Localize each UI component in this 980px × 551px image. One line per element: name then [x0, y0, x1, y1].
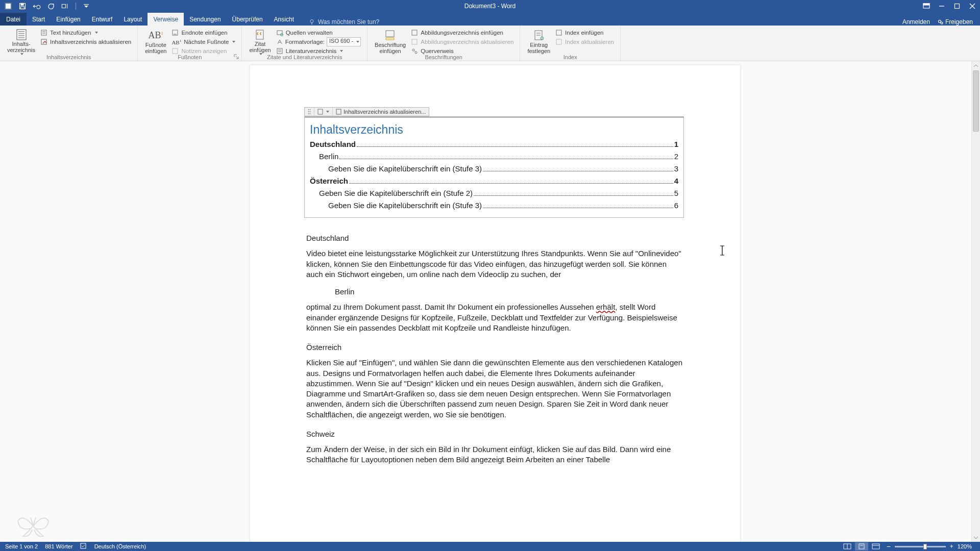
ribbon-tabs: Datei Start Einfügen Entwurf Layout Verw… [0, 12, 980, 26]
svg-rect-30 [277, 31, 282, 35]
share-button[interactable]: Freigeben [937, 18, 973, 26]
next-footnote-button[interactable]: AB1 Nächste Fußnote [169, 37, 237, 46]
zoom-control: − + 120% [887, 542, 972, 550]
toc-button[interactable]: Inhalts- verzeichnis [4, 27, 38, 55]
touch-mode-icon[interactable] [61, 2, 69, 10]
tab-ansicht[interactable]: Ansicht [268, 13, 300, 26]
toc-entry[interactable]: Österreich 4 [310, 177, 678, 189]
insert-figure-toc-button[interactable]: Abbildungsverzeichnis einfügen [409, 28, 516, 37]
manage-sources-button[interactable]: Quellen verwalten [274, 28, 363, 37]
window-controls [919, 0, 980, 12]
svg-point-51 [310, 111, 311, 112]
toc-entry[interactable]: Geben Sie die Kapitelüberschrift ein (St… [310, 201, 678, 213]
insert-index-button[interactable]: Index einfügen [553, 28, 616, 37]
update-toc-button[interactable]: Inhaltsverzeichnis aktualisieren [38, 37, 133, 46]
svg-rect-1 [6, 4, 11, 9]
maximize-icon[interactable] [949, 0, 965, 12]
web-layout-icon[interactable] [869, 542, 883, 550]
svg-point-13 [310, 20, 313, 23]
chevron-down-icon [95, 32, 98, 34]
scroll-down-icon[interactable] [972, 533, 980, 542]
print-layout-icon[interactable] [855, 542, 868, 550]
ribbon-group-captions: Beschriftung einfügen Abbildungsverzeich… [368, 26, 520, 61]
svg-rect-36 [386, 38, 394, 40]
chevron-down-icon [356, 41, 359, 43]
document-body[interactable]: Deutschland Video bietet eine leistungss… [306, 233, 684, 465]
tab-entwurf[interactable]: Entwurf [86, 13, 118, 26]
group-label: Inhaltsverzeichnis [0, 54, 137, 60]
language-indicator[interactable]: Deutsch (Österreich) [94, 543, 146, 549]
signin-link[interactable]: Anmelden [902, 18, 930, 26]
zoom-out-icon[interactable]: − [887, 542, 891, 550]
window-title: Dokument3 - Word [464, 3, 516, 10]
text-cursor [720, 245, 725, 258]
zoom-slider-knob[interactable] [923, 544, 927, 549]
spelling-error[interactable]: erhält [596, 303, 616, 311]
toc-box: Inhaltsverzeichnis Deutschland 1Berlin 2… [304, 116, 684, 218]
tab-start[interactable]: Start [27, 13, 51, 26]
insert-caption-button[interactable]: Beschriftung einfügen [372, 27, 409, 55]
footnote-icon: AB1 [149, 29, 164, 42]
customize-qat-icon[interactable] [82, 2, 90, 10]
undo-icon[interactable] [33, 2, 41, 10]
tell-me-search[interactable]: Was möchten Sie tun? [300, 18, 379, 26]
scrollbar-thumb[interactable] [973, 70, 979, 132]
svg-rect-55 [336, 109, 341, 114]
scroll-up-icon[interactable] [972, 61, 980, 70]
toc-content-control[interactable]: Inhaltsverzeichnis aktualisieren... Inha… [304, 116, 684, 218]
insert-endnote-button[interactable]: Endnote einfügen [169, 28, 237, 37]
ribbon-display-options-icon[interactable] [919, 0, 934, 12]
chevron-down-icon [326, 111, 329, 113]
svg-rect-6 [84, 4, 89, 5]
tab-verweise[interactable]: Verweise [148, 13, 184, 26]
toc-entry[interactable]: Deutschland 1 [310, 140, 678, 152]
paragraph: Klicken Sie auf "Einfügen", und wählen S… [306, 358, 684, 420]
toc-control-menu[interactable] [314, 108, 333, 116]
toc-entry[interactable]: Berlin 2 [310, 152, 678, 164]
toc-icon [15, 29, 28, 41]
word-count[interactable]: 881 Wörter [45, 543, 72, 549]
chevron-down-icon [340, 50, 343, 52]
toc-entry[interactable]: Geben Sie die Kapitelüberschrift ein (St… [310, 164, 678, 177]
insert-citation-button[interactable]: Zitat einfügen [246, 27, 274, 55]
svg-rect-47 [556, 39, 561, 44]
zoom-slider[interactable] [895, 546, 946, 547]
toc-control-update-button[interactable]: Inhaltsverzeichnis aktualisieren... [333, 108, 429, 116]
tab-sendungen[interactable]: Sendungen [184, 13, 226, 26]
mark-entry-button[interactable]: Eintrag festlegen [524, 27, 553, 55]
toc-entry[interactable]: Geben Sie die Kapitelüberschrift ein (St… [310, 189, 678, 201]
ribbon-group-index: Eintrag festlegen Index einfügen Index a… [520, 26, 621, 61]
group-label: Index [520, 54, 620, 60]
tab-einfuegen[interactable]: Einfügen [51, 13, 86, 26]
insert-footnote-button[interactable]: AB1 Fußnote einfügen [142, 27, 169, 55]
document-page[interactable]: Inhaltsverzeichnis aktualisieren... Inha… [250, 65, 740, 542]
heading-schweiz: Schweiz [306, 429, 684, 439]
redo-icon[interactable] [47, 2, 55, 10]
view-buttons [841, 542, 883, 550]
quick-access-toolbar [0, 2, 90, 10]
update-figure-toc-button[interactable]: Abbildungsverzeichnis aktualisieren [409, 37, 516, 46]
zoom-level[interactable]: 120% [958, 543, 972, 549]
citation-style-selector[interactable]: Formatvorlage: ISO 690 - [274, 37, 363, 46]
tab-ueberpruefen[interactable]: Überprüfen [227, 13, 268, 26]
zoom-in-icon[interactable]: + [950, 543, 953, 550]
svg-rect-66 [872, 544, 879, 549]
read-mode-icon[interactable] [841, 542, 854, 550]
add-text-button[interactable]: Text hinzufügen [38, 28, 133, 37]
proofing-icon[interactable] [80, 543, 87, 550]
vertical-scrollbar[interactable] [971, 61, 980, 542]
close-icon[interactable] [965, 0, 980, 12]
mark-entry-icon [533, 29, 545, 42]
status-bar: Seite 1 von 2 881 Wörter Deutsch (Österr… [0, 542, 980, 551]
style-dropdown[interactable]: ISO 690 - [327, 37, 361, 46]
tab-layout[interactable]: Layout [118, 13, 148, 26]
page-indicator[interactable]: Seite 1 von 2 [5, 543, 38, 549]
save-icon[interactable] [18, 2, 27, 10]
svg-rect-8 [923, 4, 929, 5]
toc-control-handle[interactable] [305, 108, 314, 116]
svg-rect-22 [41, 30, 46, 35]
minimize-icon[interactable] [934, 0, 949, 12]
tab-file[interactable]: Datei [0, 13, 27, 26]
update-index-button[interactable]: Index aktualisieren [553, 37, 616, 46]
dialog-launcher-icon[interactable] [233, 54, 239, 60]
